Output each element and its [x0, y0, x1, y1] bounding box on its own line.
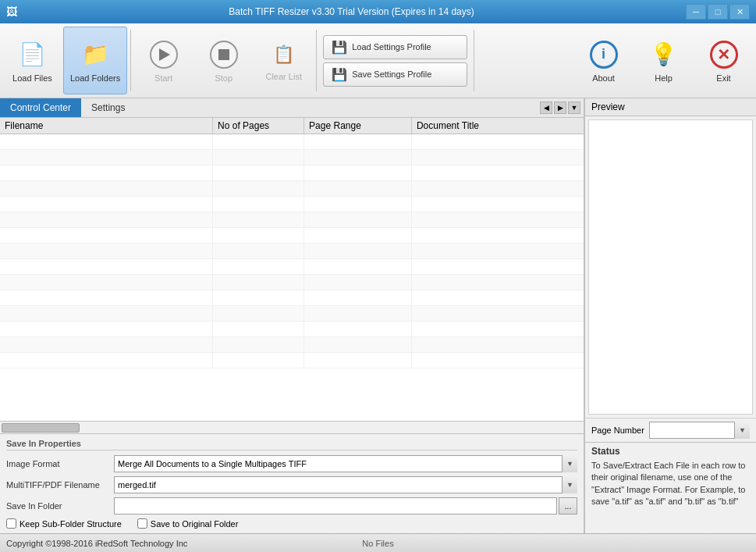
- col-title-header: Document Title: [412, 118, 584, 134]
- multitiff-row: MultiTIFF/PDF Filename merged.tif ▼: [6, 476, 577, 493]
- page-number-label: Page Number: [591, 426, 644, 435]
- load-settings-button[interactable]: 💾 Load Settings Profile: [323, 35, 467, 59]
- col-range-header: Page Range: [304, 118, 412, 134]
- files-count: No Files: [362, 539, 393, 548]
- tabs-nav: ◀ ▶ ▼: [540, 101, 584, 114]
- load-files-button[interactable]: Load Files: [3, 27, 62, 94]
- save-original-label: Save to Original Folder: [151, 519, 239, 529]
- status-header: Status: [591, 446, 750, 457]
- save-folder-label: Save In Folder: [6, 501, 108, 511]
- load-folders-label: Load Folders: [70, 73, 120, 83]
- col-pages-header: No of Pages: [213, 118, 304, 134]
- load-settings-icon: 💾: [332, 40, 347, 55]
- start-label: Start: [154, 73, 172, 83]
- tab-prev-button[interactable]: ◀: [540, 101, 552, 114]
- start-button[interactable]: Start: [134, 27, 193, 94]
- settings-group: 💾 Load Settings Profile 💾 Save Settings …: [323, 27, 467, 94]
- col-filename-header: Filename: [0, 118, 213, 134]
- multitiff-label: MultiTIFF/PDF Filename: [6, 480, 108, 490]
- table-row: [0, 322, 584, 337]
- tab-menu-button[interactable]: ▼: [568, 101, 580, 114]
- keep-subfolder-checkbox-wrapper[interactable]: Keep Sub-Folder Structure: [6, 518, 122, 529]
- about-button[interactable]: i About: [574, 27, 633, 94]
- table-row: [0, 134, 584, 150]
- table-row: [0, 353, 584, 369]
- table-row: [0, 197, 584, 212]
- properties-panel: Save In Properties Image Format Merge Al…: [0, 433, 584, 533]
- browse-button[interactable]: ...: [559, 497, 577, 515]
- keep-subfolder-label: Keep Sub-Folder Structure: [20, 519, 122, 529]
- save-folder-row: Save In Folder ...: [6, 497, 577, 515]
- save-settings-label: Save Settings Profile: [352, 69, 431, 79]
- table-header: Filename No of Pages Page Range Document…: [0, 118, 584, 134]
- scrollbar-thumb[interactable]: [2, 423, 80, 433]
- clear-list-icon: 📋: [270, 41, 298, 69]
- load-folders-icon: [80, 39, 111, 70]
- close-button[interactable]: ✕: [729, 4, 750, 20]
- exit-button[interactable]: ✕ Exit: [694, 27, 753, 94]
- stop-icon: [208, 39, 240, 70]
- load-settings-label: Load Settings Profile: [352, 42, 431, 52]
- save-original-checkbox-wrapper[interactable]: Save to Original Folder: [137, 518, 239, 529]
- right-panel: Preview Page Number ▼ Status To Save/Ext…: [584, 98, 756, 533]
- about-label: About: [592, 73, 615, 83]
- keep-subfolder-checkbox[interactable]: [6, 518, 16, 529]
- multitiff-select[interactable]: merged.tif: [114, 476, 577, 493]
- horizontal-scrollbar[interactable]: [0, 421, 584, 433]
- divider-1: [130, 30, 131, 91]
- divider-3: [474, 30, 474, 91]
- save-folder-input[interactable]: [114, 497, 557, 515]
- exit-label: Exit: [716, 73, 730, 83]
- load-folders-button[interactable]: Load Folders: [63, 27, 127, 94]
- save-original-checkbox[interactable]: [137, 518, 147, 529]
- page-number-row: Page Number ▼: [585, 418, 756, 442]
- table-row: [0, 166, 584, 181]
- tab-settings[interactable]: Settings: [81, 98, 135, 117]
- table-body[interactable]: [0, 134, 584, 418]
- divider-2: [316, 30, 317, 91]
- table-row: [0, 275, 584, 290]
- image-format-row: Image Format Merge All Documents to a Si…: [6, 455, 577, 472]
- status-panel: Status To Save/Extract Each File in each…: [585, 442, 756, 533]
- help-button[interactable]: 💡 Help: [634, 27, 693, 94]
- preview-area: [588, 119, 753, 415]
- image-format-select[interactable]: Merge All Documents to a Single Multipag…: [114, 455, 577, 472]
- table-row: [0, 290, 584, 306]
- clear-list-label: Clear List: [265, 72, 301, 81]
- minimize-button[interactable]: ─: [686, 4, 706, 20]
- image-format-label: Image Format: [6, 459, 108, 468]
- page-number-select[interactable]: [649, 422, 750, 439]
- main-content: Control Center Settings ◀ ▶ ▼ Filename N…: [0, 98, 756, 533]
- file-table: Filename No of Pages Page Range Document…: [0, 118, 584, 421]
- copyright-text: Copyright ©1998-2016 iRedSoft Technology…: [6, 539, 350, 548]
- exit-icon: ✕: [708, 39, 740, 70]
- table-row: [0, 181, 584, 197]
- table-row: [0, 337, 584, 353]
- start-icon: [148, 39, 179, 70]
- table-row: [0, 244, 584, 259]
- help-icon: 💡: [648, 39, 680, 70]
- preview-header: Preview: [585, 98, 756, 116]
- save-settings-button[interactable]: 💾 Save Settings Profile: [323, 62, 467, 87]
- save-folder-input-wrapper: ...: [114, 497, 577, 515]
- tab-next-button[interactable]: ▶: [554, 101, 566, 114]
- load-files-label: Load Files: [12, 73, 52, 83]
- tabs: Control Center Settings ◀ ▶ ▼: [0, 98, 584, 118]
- tab-control-center[interactable]: Control Center: [0, 98, 81, 117]
- table-row: [0, 259, 584, 275]
- image-format-select-wrapper: Merge All Documents to a Single Multipag…: [114, 455, 577, 472]
- multitiff-select-wrapper: merged.tif ▼: [114, 476, 577, 493]
- status-bar: Copyright ©1998-2016 iRedSoft Technology…: [0, 533, 756, 552]
- help-label: Help: [655, 73, 673, 83]
- maximize-button[interactable]: □: [708, 4, 728, 20]
- properties-title: Save In Properties: [6, 439, 577, 451]
- about-icon: i: [588, 39, 619, 70]
- checkboxes-row: Keep Sub-Folder Structure Save to Origin…: [6, 518, 577, 529]
- save-settings-icon: 💾: [332, 67, 347, 82]
- title-bar: 🖼 Batch TIFF Resizer v3.30 Trial Version…: [0, 0, 756, 23]
- status-text: To Save/Extract Each File in each row to…: [591, 460, 750, 530]
- table-row: [0, 150, 584, 166]
- load-files-icon: [17, 39, 48, 70]
- clear-list-button[interactable]: 📋 Clear List: [254, 27, 313, 94]
- stop-button[interactable]: Stop: [194, 27, 253, 94]
